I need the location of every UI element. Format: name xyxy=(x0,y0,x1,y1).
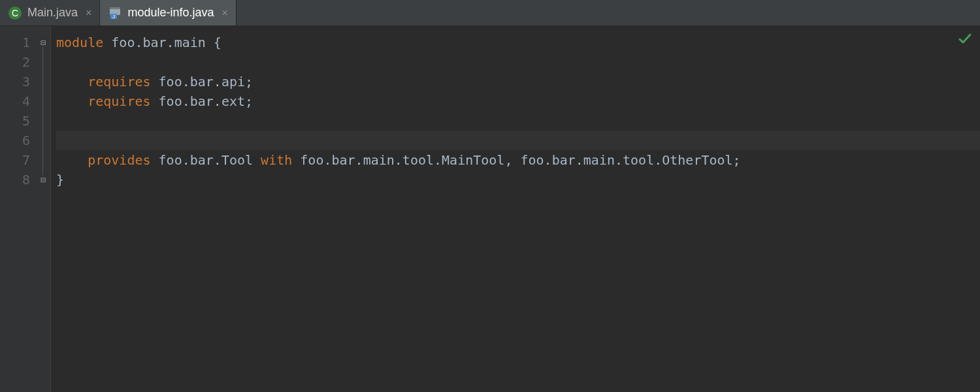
code-token: requires xyxy=(88,93,158,109)
code-token: foo.bar.main xyxy=(111,35,214,50)
svg-text:J: J xyxy=(112,14,115,20)
svg-rect-3 xyxy=(110,7,120,9)
fold-guide xyxy=(42,47,43,175)
code-line[interactable]: requires foo.bar.ext; xyxy=(56,91,980,111)
line-number: 2 xyxy=(0,52,30,72)
code-line[interactable]: } xyxy=(56,170,980,189)
line-number: 3 xyxy=(0,72,30,91)
code-token: , xyxy=(504,152,520,168)
code-line[interactable] xyxy=(56,52,980,72)
code-token: module xyxy=(56,35,111,50)
line-number: 7 xyxy=(0,150,30,170)
code-token xyxy=(56,93,88,109)
class-icon: C xyxy=(8,6,22,20)
code-line[interactable] xyxy=(56,111,980,131)
code-token xyxy=(56,152,88,168)
line-number-gutter: 12345678 xyxy=(0,26,37,392)
tab-module-info-java[interactable]: J module-info.java × xyxy=(100,0,236,25)
close-icon[interactable]: × xyxy=(219,7,227,19)
code-token: foo.bar.main.tool.MainTool xyxy=(300,152,504,168)
code-area[interactable]: module foo.bar.main { requires foo.bar.a… xyxy=(51,26,980,392)
line-number: 1 xyxy=(0,33,30,52)
code-token: foo.bar.api xyxy=(159,74,245,90)
close-icon[interactable]: × xyxy=(83,7,91,19)
fold-strip: ⊟⊟ xyxy=(37,26,51,392)
code-token: { xyxy=(214,35,221,50)
code-token: foo.bar.ext xyxy=(159,93,245,109)
code-token: foo.bar.main.tool.OtherTool xyxy=(520,152,732,168)
inspection-ok-icon[interactable] xyxy=(958,31,972,49)
code-token: ; xyxy=(733,152,741,168)
code-line[interactable]: requires foo.bar.api; xyxy=(56,72,980,91)
code-editor[interactable]: 12345678 ⊟⊟ module foo.bar.main { requir… xyxy=(0,26,980,392)
code-token: foo.bar.Tool xyxy=(159,152,261,168)
line-number: 5 xyxy=(0,111,30,131)
line-number: 4 xyxy=(0,91,30,111)
tab-main-java[interactable]: C Main.java × xyxy=(0,0,100,25)
code-token: ; xyxy=(245,74,253,90)
module-icon: J xyxy=(108,6,122,20)
fold-close-icon[interactable]: ⊟ xyxy=(39,175,48,184)
code-token xyxy=(56,74,88,90)
fold-open-icon[interactable]: ⊟ xyxy=(39,38,48,47)
tab-label: Main.java xyxy=(27,6,78,20)
code-token: requires xyxy=(88,74,158,90)
tab-label: module-info.java xyxy=(127,6,214,20)
line-number: 8 xyxy=(0,170,30,189)
code-token: provides xyxy=(88,152,158,168)
code-line[interactable]: module foo.bar.main { xyxy=(56,33,980,52)
code-token: ; xyxy=(245,93,253,109)
code-token: } xyxy=(56,172,64,188)
code-line[interactable] xyxy=(56,131,980,150)
code-line[interactable]: provides foo.bar.Tool with foo.bar.main.… xyxy=(56,150,980,170)
line-number: 6 xyxy=(0,131,30,150)
code-token: with xyxy=(261,152,300,168)
editor-tab-bar: C Main.java × J module-info.java × xyxy=(0,0,980,26)
svg-text:C: C xyxy=(12,8,18,18)
